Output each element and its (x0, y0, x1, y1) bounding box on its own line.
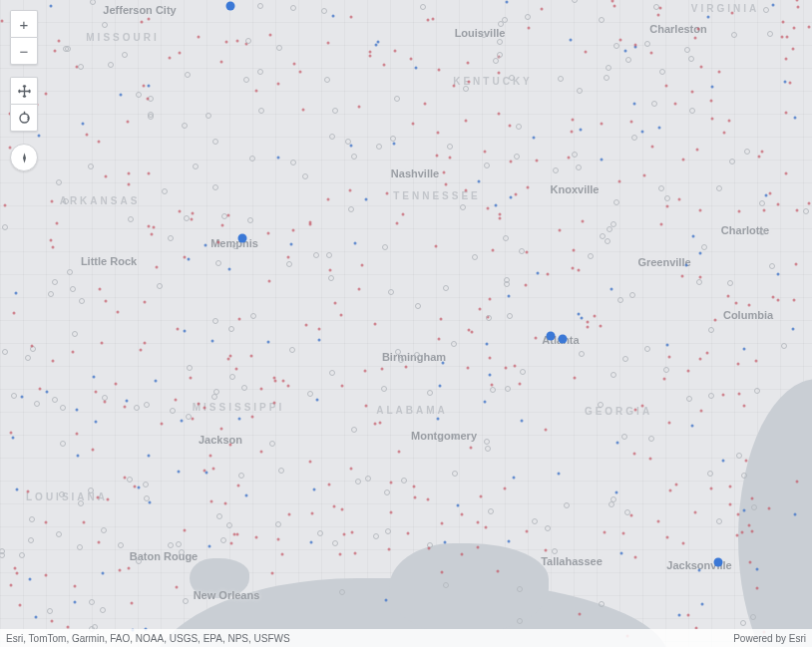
county-dot (134, 405, 140, 411)
county-dot (277, 537, 280, 540)
highlight-marker[interactable] (547, 332, 556, 341)
county-dot (734, 302, 737, 305)
county-dot (634, 409, 637, 412)
county-dot (466, 61, 469, 64)
county-dot (225, 41, 228, 44)
county-dot (205, 113, 211, 119)
county-dot (290, 160, 296, 165)
highlight-marker[interactable] (714, 558, 723, 567)
county-dot (727, 119, 730, 122)
county-dot (124, 405, 127, 408)
county-dot (29, 516, 35, 522)
county-dot (19, 604, 22, 607)
county-dot (520, 419, 523, 422)
county-dot (737, 393, 740, 396)
county-dot (327, 41, 330, 44)
county-dot (426, 497, 429, 500)
county-dot (203, 243, 206, 246)
county-dot (88, 487, 94, 493)
county-dot (65, 46, 71, 52)
county-dot (427, 547, 430, 550)
county-dot (2, 224, 8, 230)
county-dot (759, 200, 765, 206)
county-dot (384, 599, 387, 602)
county-dot (233, 533, 236, 536)
county-dot (28, 578, 31, 581)
county-dot (643, 174, 646, 177)
county-dot (144, 341, 147, 344)
county-dot (212, 468, 215, 471)
county-dot (741, 530, 744, 533)
zoom-in-button[interactable]: + (10, 10, 38, 37)
county-dot (373, 423, 376, 426)
county-dot (729, 485, 732, 487)
county-dot (745, 459, 748, 462)
county-dot (553, 167, 559, 173)
county-dot (118, 542, 124, 548)
county-dot (514, 364, 517, 367)
county-dot (617, 297, 623, 303)
county-dot (486, 342, 489, 345)
pan-tool-button[interactable] (10, 77, 38, 104)
county-dot (516, 124, 522, 130)
highlight-marker[interactable] (238, 234, 247, 243)
county-dot (580, 128, 583, 131)
county-dot (730, 11, 733, 14)
county-dot (175, 399, 178, 402)
county-dot (699, 252, 702, 255)
county-dot (686, 396, 692, 402)
county-dot (266, 232, 269, 235)
county-dot (700, 602, 703, 605)
county-dot (75, 409, 78, 412)
county-dot (179, 210, 182, 213)
county-dot (579, 351, 585, 357)
county-dot (328, 269, 331, 272)
county-dot (102, 571, 105, 574)
county-dot (389, 510, 392, 513)
zoom-out-button[interactable]: − (10, 37, 38, 65)
county-dot (525, 250, 528, 253)
attribution-sources: Esri, TomTom, Garmin, FAO, NOAA, USGS, E… (6, 633, 290, 644)
county-dot (710, 100, 713, 103)
county-dot (665, 205, 668, 208)
county-dot (675, 483, 678, 485)
county-dot (63, 198, 69, 204)
county-dot (439, 385, 442, 388)
county-dot (572, 0, 578, 3)
county-dot (568, 157, 571, 160)
county-dot (228, 267, 231, 270)
county-dot (439, 317, 442, 320)
county-dot (681, 159, 684, 162)
highlight-marker[interactable] (559, 335, 568, 344)
county-dot (157, 283, 163, 289)
county-dot (587, 325, 590, 328)
county-dot (737, 210, 740, 213)
highlight-marker[interactable] (226, 2, 235, 11)
county-dot (648, 458, 651, 461)
county-dot (755, 359, 758, 362)
county-dot (339, 553, 342, 556)
county-dot (116, 311, 119, 314)
county-dot (332, 504, 335, 507)
county-dot (708, 393, 714, 399)
county-dot (341, 385, 344, 388)
county-dot (687, 613, 690, 616)
county-dot (756, 567, 759, 570)
county-dot (243, 77, 249, 83)
compass-button[interactable] (10, 144, 38, 171)
county-dot (452, 84, 455, 87)
county-dot (353, 242, 356, 245)
powered-by-link[interactable]: Powered by Esri (733, 633, 806, 644)
county-dot (212, 139, 218, 145)
map-viewport[interactable]: Jefferson CityLouisvilleCharlestonNashvi… (0, 0, 812, 647)
county-dot (211, 394, 217, 400)
county-dot (545, 428, 548, 431)
county-dot (633, 43, 636, 46)
county-dot (605, 238, 610, 244)
county-dot (204, 471, 207, 474)
rotate-tool-button[interactable] (10, 104, 38, 132)
county-dot (796, 6, 799, 9)
county-dot (598, 402, 604, 408)
county-dot (792, 327, 795, 330)
county-dot (681, 541, 684, 544)
